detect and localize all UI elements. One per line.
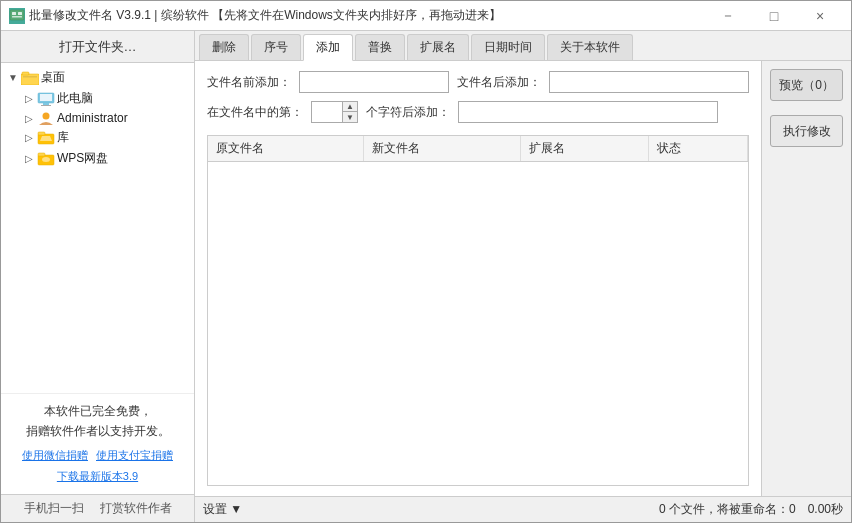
cloud-icon — [37, 152, 55, 166]
footer-author[interactable]: 打赏软件作者 — [100, 500, 172, 517]
titlebar-controls: － □ × — [705, 1, 843, 31]
tab-datetime[interactable]: 日期时间 — [471, 34, 545, 60]
time-status: 0.00秒 — [808, 501, 843, 518]
position-row: 在文件名中的第： 1 ▲ ▼ 个字符后添加： — [207, 101, 749, 123]
tree-expander-admin: ▷ — [21, 113, 37, 124]
donate-wechat-link[interactable]: 使用微信捐赠 — [22, 447, 88, 465]
tree-children-desktop: ▷ 此电脑 ▷ — [5, 88, 190, 169]
donate-alipay-link[interactable]: 使用支付宝捐赠 — [96, 447, 173, 465]
spinner-up-button[interactable]: ▲ — [343, 102, 357, 112]
col-status: 状态 — [649, 136, 748, 162]
svg-rect-10 — [43, 103, 49, 105]
donate-links: 使用微信捐赠 使用支付宝捐赠 — [9, 447, 186, 465]
tree-item-administrator[interactable]: ▷ Administrator — [21, 109, 190, 127]
left-footer: 手机扫一扫 打赏软件作者 — [1, 494, 194, 522]
right-panel: 删除 序号 添加 普换 扩展名 日期时间 关于本软件 文件名前添加： 文件名后添… — [195, 31, 851, 522]
tree-label-wps: WPS网盘 — [57, 150, 108, 167]
svg-rect-0 — [10, 10, 24, 20]
footer-scan[interactable]: 手机扫一扫 — [24, 500, 84, 517]
tree-expander-pc: ▷ — [21, 93, 37, 104]
close-button[interactable]: × — [797, 1, 843, 31]
download-new-link[interactable]: 下载最新版本3.9 — [9, 468, 186, 486]
execute-button[interactable]: 执行修改 — [770, 115, 843, 147]
settings-dropdown[interactable]: 设置 ▼ — [203, 501, 242, 518]
files-table-element: 原文件名 新文件名 扩展名 状态 — [208, 136, 748, 162]
user-icon — [37, 111, 55, 125]
svg-rect-14 — [38, 132, 45, 135]
preview-button[interactable]: 预览（0） — [770, 69, 843, 101]
tree-expander-desktop: ▼ — [5, 72, 21, 83]
add-tab-content: 文件名前添加： 文件名后添加： 在文件名中的第： 1 ▲ — [195, 61, 761, 496]
tab-extension[interactable]: 扩展名 — [407, 34, 469, 60]
svg-rect-11 — [41, 105, 51, 106]
tabs-bar: 删除 序号 添加 普换 扩展名 日期时间 关于本软件 — [195, 31, 851, 61]
tree-expander-library: ▷ — [21, 132, 37, 143]
prefix-suffix-row: 文件名前添加： 文件名后添加： — [207, 71, 749, 93]
open-folder-button[interactable]: 打开文件夹… — [1, 31, 194, 63]
tree-label-admin: Administrator — [57, 111, 128, 125]
tab-add[interactable]: 添加 — [303, 34, 353, 61]
desktop-folder-icon — [21, 71, 39, 85]
col-extension: 扩展名 — [521, 136, 649, 162]
file-count-status: 0 个文件，将被重命名：0 — [659, 501, 796, 518]
free-text-line2: 捐赠软件作者以支持开发。 — [9, 422, 186, 441]
left-panel: 打开文件夹… ▼ 桌面 — [1, 31, 195, 522]
tree-label-desktop: 桌面 — [41, 69, 65, 86]
position-insert-input[interactable] — [458, 101, 718, 123]
tab-delete[interactable]: 删除 — [199, 34, 249, 60]
tree-label-pc: 此电脑 — [57, 90, 93, 107]
col-original-name: 原文件名 — [208, 136, 364, 162]
tree-item-pc[interactable]: ▷ 此电脑 — [21, 88, 190, 109]
statusbar: 设置 ▼ 0 个文件，将被重命名：0 0.00秒 — [195, 496, 851, 522]
promo-area: 本软件已完全免费， 捐赠软件作者以支持开发。 使用微信捐赠 使用支付宝捐赠 下载… — [1, 393, 194, 494]
prefix-label: 文件名前添加： — [207, 74, 291, 91]
right-sidebar: 预览（0） 执行修改 — [761, 61, 851, 496]
col-new-name: 新文件名 — [364, 136, 521, 162]
suffix-label: 文件名后添加： — [457, 74, 541, 91]
free-text-line1: 本软件已完全免费， — [9, 402, 186, 421]
tab-about[interactable]: 关于本软件 — [547, 34, 633, 60]
svg-rect-2 — [18, 12, 22, 15]
svg-marker-15 — [40, 136, 52, 141]
svg-point-18 — [42, 157, 50, 162]
svg-rect-6 — [22, 72, 29, 75]
position-spinner: 1 ▲ ▼ — [311, 101, 358, 123]
position-label-post: 个字符后添加： — [366, 104, 450, 121]
svg-rect-7 — [23, 76, 37, 78]
titlebar: 批量修改文件名 V3.9.1 | 缤纷软件 【先将文件在Windows文件夹内排… — [1, 1, 851, 31]
tree-expander-wps: ▷ — [21, 153, 37, 164]
file-tree: ▼ 桌面 ▷ — [1, 63, 194, 393]
file-table: 原文件名 新文件名 扩展名 状态 — [207, 135, 749, 486]
right-inner: 文件名前添加： 文件名后添加： 在文件名中的第： 1 ▲ — [195, 61, 851, 496]
main-window: 批量修改文件名 V3.9.1 | 缤纷软件 【先将文件在Windows文件夹内排… — [0, 0, 852, 523]
titlebar-left: 批量修改文件名 V3.9.1 | 缤纷软件 【先将文件在Windows文件夹内排… — [9, 7, 501, 24]
titlebar-title: 批量修改文件名 V3.9.1 | 缤纷软件 【先将文件在Windows文件夹内排… — [29, 7, 501, 24]
minimize-button[interactable]: － — [705, 1, 751, 31]
spinner-buttons: ▲ ▼ — [342, 102, 357, 122]
tree-item-desktop[interactable]: ▼ 桌面 — [5, 67, 190, 88]
tab-sequence[interactable]: 序号 — [251, 34, 301, 60]
right-main: 文件名前添加： 文件名后添加： 在文件名中的第： 1 ▲ — [195, 61, 761, 496]
svg-rect-5 — [21, 74, 39, 85]
table-header-row: 原文件名 新文件名 扩展名 状态 — [208, 136, 748, 162]
spinner-down-button[interactable]: ▼ — [343, 112, 357, 122]
app-icon — [9, 8, 25, 24]
svg-rect-17 — [38, 153, 45, 156]
svg-rect-3 — [12, 16, 22, 18]
svg-rect-9 — [40, 94, 52, 101]
library-icon — [37, 131, 55, 145]
suffix-input[interactable] — [549, 71, 749, 93]
svg-rect-1 — [12, 12, 16, 15]
main-content: 打开文件夹… ▼ 桌面 — [1, 31, 851, 522]
tree-item-library[interactable]: ▷ 库 — [21, 127, 190, 148]
pc-icon — [37, 92, 55, 106]
tree-label-library: 库 — [57, 129, 69, 146]
maximize-button[interactable]: □ — [751, 1, 797, 31]
tree-item-wps[interactable]: ▷ WPS网盘 — [21, 148, 190, 169]
position-value-input[interactable]: 1 — [312, 102, 342, 122]
position-label-pre: 在文件名中的第： — [207, 104, 303, 121]
tab-replace[interactable]: 普换 — [355, 34, 405, 60]
svg-point-12 — [43, 113, 50, 120]
prefix-input[interactable] — [299, 71, 449, 93]
